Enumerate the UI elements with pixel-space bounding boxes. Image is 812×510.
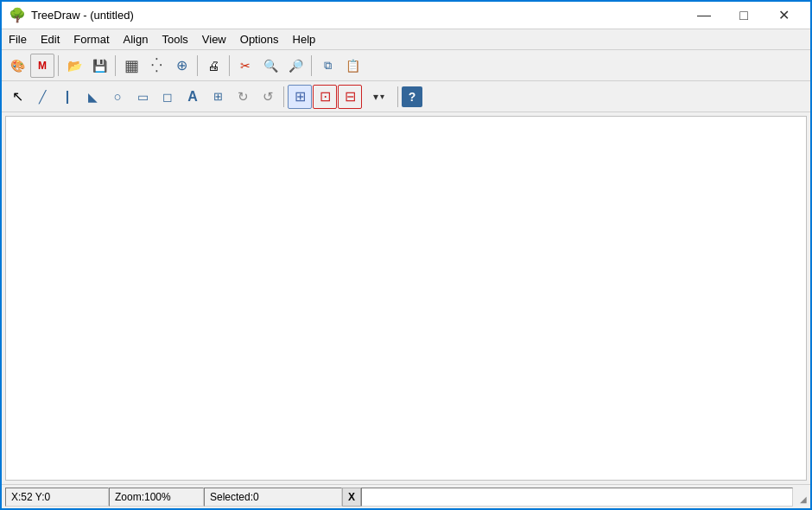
diag-tool[interactable]: ◣ — [80, 85, 105, 109]
print-button[interactable]: 🖨 — [201, 54, 225, 78]
text-tool[interactable]: A — [181, 85, 205, 109]
sep-1 — [58, 55, 59, 76]
cut-button[interactable]: ✂ — [233, 54, 257, 78]
title-bar: 🌳 TreeDraw - (untitled) — □ ✕ — [2, 2, 810, 29]
dot-grid-button[interactable]: ⁛ — [144, 54, 168, 78]
menu-view[interactable]: View — [195, 29, 233, 50]
canvas-area[interactable] — [5, 116, 807, 481]
toolbar-2: ↖ ╱ | ◣ ○ ▭ ◻ A ⊞ ↻ ↺ ⊞ ⊡ ⊟ ▾ ? — [2, 81, 810, 112]
new-button[interactable]: 🎨 — [5, 54, 29, 78]
paste-button[interactable]: 📋 — [340, 54, 365, 78]
sep-4 — [229, 55, 230, 76]
line-tool[interactable]: ╱ — [30, 85, 54, 109]
grid-view-button[interactable]: ⊞ — [288, 85, 312, 109]
grid2-button[interactable]: ⊡ — [313, 85, 337, 109]
find-button[interactable]: 🔍 — [258, 54, 282, 78]
x-button[interactable]: X — [342, 488, 361, 507]
window-title: TreeDraw - (untitled) — [31, 9, 684, 22]
sep-2 — [115, 55, 116, 76]
sep-3 — [197, 55, 198, 76]
ellipse-tool[interactable]: ○ — [105, 85, 130, 109]
rect-tool[interactable]: ▭ — [130, 85, 155, 109]
find-next-button[interactable]: 🔎 — [283, 54, 308, 78]
resize-grip: ◢ — [793, 490, 807, 504]
rect2-tool[interactable]: ◻ — [155, 85, 180, 109]
menu-tools[interactable]: Tools — [155, 29, 194, 50]
minimize-button[interactable]: — — [684, 2, 724, 29]
sep-t1 — [283, 86, 284, 107]
title-buttons: — □ ✕ — [684, 2, 803, 29]
app-icon: 🌳 — [9, 7, 26, 24]
maximize-button[interactable]: □ — [724, 2, 764, 29]
sep-t2 — [397, 86, 398, 107]
help-button[interactable]: ? — [402, 86, 422, 107]
m-button[interactable]: M — [30, 54, 54, 78]
grid3-button[interactable]: ⊟ — [338, 85, 362, 109]
zoom-display: Zoom:100% — [109, 488, 204, 507]
menu-bar: File Edit Format Align Tools View Option… — [2, 29, 810, 50]
menu-format[interactable]: Format — [67, 29, 116, 50]
status-input[interactable] — [361, 488, 793, 507]
toolbar-1: 🎨 M 📂 💾 ▦ ⁛ ⊕ 🖨 ✂ 🔍 🔎 ⧉ 📋 — [2, 50, 810, 81]
sep-5 — [311, 55, 312, 76]
open-button[interactable]: 📂 — [62, 54, 86, 78]
save-button[interactable]: 💾 — [87, 54, 111, 78]
menu-file[interactable]: File — [2, 29, 34, 50]
rotate2-tool[interactable]: ↺ — [256, 85, 280, 109]
close-button[interactable]: ✕ — [764, 2, 803, 29]
copy-button[interactable]: ⧉ — [315, 54, 339, 78]
select-tool[interactable]: ↖ — [5, 85, 29, 109]
target-button[interactable]: ⊕ — [169, 54, 193, 78]
dropdown-button[interactable]: ▾ — [363, 85, 394, 109]
coords-display: X:52 Y:0 — [5, 488, 109, 507]
selected-display: Selected:0 — [204, 488, 342, 507]
menu-edit[interactable]: Edit — [34, 29, 67, 50]
menu-options[interactable]: Options — [233, 29, 286, 50]
menu-align[interactable]: Align — [117, 29, 155, 50]
main-window: 🌳 TreeDraw - (untitled) — □ ✕ File Edit … — [0, 0, 812, 510]
grid-tool-button[interactable]: ▦ — [119, 54, 143, 78]
menu-help[interactable]: Help — [286, 29, 323, 50]
rotate-tool[interactable]: ↻ — [231, 85, 255, 109]
connect-tool[interactable]: ⊞ — [206, 85, 230, 109]
status-bar: X:52 Y:0 Zoom:100% Selected:0 X ◢ — [2, 484, 810, 508]
vline-tool[interactable]: | — [55, 85, 79, 109]
